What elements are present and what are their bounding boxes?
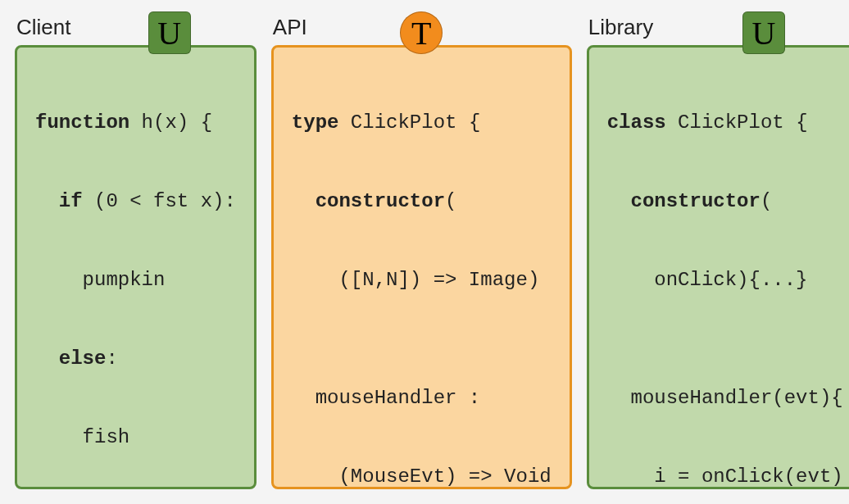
code-line: constructor( xyxy=(292,182,552,221)
code-line: mouseHandler : xyxy=(292,379,552,418)
keyword: else xyxy=(59,347,107,370)
keyword: function xyxy=(35,111,129,134)
code-line: constructor( xyxy=(607,182,843,221)
code-line: (MouseEvt) => Void xyxy=(292,457,552,489)
code-text: ClickPlot { xyxy=(338,111,480,134)
library-column: Library U class ClickPlot { constructor(… xyxy=(587,15,849,489)
columns-row: Client U function h(x) { if (0 < fst x):… xyxy=(15,15,834,489)
typed-badge-icon: T xyxy=(400,11,443,54)
untyped-badge-icon: U xyxy=(148,11,191,54)
code-text: h(x) { xyxy=(129,111,212,134)
diagram-canvas: Client U function h(x) { if (0 < fst x):… xyxy=(0,0,849,504)
api-code-box: type ClickPlot { constructor( ([N,N]) =>… xyxy=(271,45,572,489)
code-line: function h(x) { xyxy=(35,103,236,143)
library-header: Library xyxy=(587,15,849,45)
code-line: fish xyxy=(35,418,236,457)
api-column: API T type ClickPlot { constructor( ([N,… xyxy=(271,15,572,489)
code-line: i = onClick(evt) xyxy=(607,457,843,489)
client-code-box: function h(x) { if (0 < fst x): pumpkin … xyxy=(15,45,257,489)
code-line: if (0 < fst x): xyxy=(35,182,236,221)
keyword: type xyxy=(292,111,339,134)
keyword: if xyxy=(59,190,83,212)
code-line: else: xyxy=(35,339,236,379)
code-line: mouseHandler(evt){ xyxy=(607,379,843,418)
code-line: class ClickPlot { xyxy=(607,103,843,143)
library-code-box: class ClickPlot { constructor( onClick){… xyxy=(587,45,849,489)
code-text: (0 < fst x): xyxy=(83,190,236,212)
code-line: onClick){...} xyxy=(607,261,843,300)
client-column: Client U function h(x) { if (0 < fst x):… xyxy=(15,15,257,489)
code-line: pumpkin xyxy=(35,261,236,300)
code-text: : xyxy=(106,347,117,370)
code-text: ClickPlot { xyxy=(666,111,808,134)
code-text: ( xyxy=(760,190,772,212)
keyword: constructor xyxy=(630,190,760,212)
keyword: class xyxy=(607,111,666,134)
code-line: ([N,N]) => Image) xyxy=(292,261,552,300)
code-text: ( xyxy=(445,190,456,212)
code-line: type ClickPlot { xyxy=(292,103,552,143)
keyword: constructor xyxy=(316,190,445,212)
untyped-badge-icon: U xyxy=(742,11,785,54)
client-header: Client xyxy=(15,15,257,45)
